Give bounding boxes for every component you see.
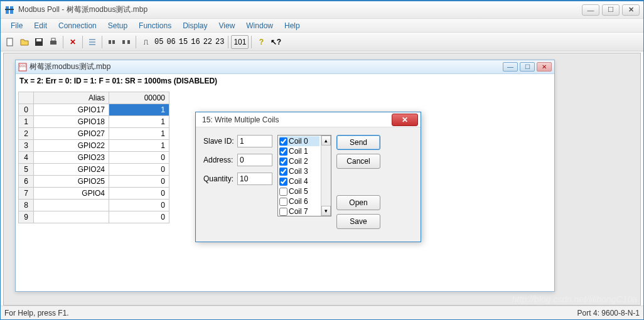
alias-cell[interactable]: GPIO18 — [34, 116, 109, 128]
quantity-input[interactable] — [237, 173, 272, 185]
coil-item[interactable]: Coil 6 — [279, 196, 319, 206]
dialog-close-button[interactable]: ✕ — [392, 114, 418, 126]
minimize-button[interactable]: — — [582, 4, 599, 16]
func-16[interactable]: 16 — [190, 38, 201, 46]
alias-cell[interactable]: GPIO27 — [34, 128, 109, 140]
value-cell[interactable]: 0 — [109, 211, 169, 223]
open-button[interactable] — [18, 35, 31, 49]
menu-view[interactable]: View — [214, 20, 240, 31]
func-05[interactable]: 05 — [153, 38, 164, 46]
cancel-button[interactable]: Cancel — [336, 154, 380, 169]
func-06[interactable]: 06 — [165, 38, 176, 46]
coil-item[interactable]: Coil 7 — [279, 206, 319, 216]
value-cell[interactable]: 1 — [109, 104, 169, 116]
help-button[interactable]: ? — [254, 35, 268, 49]
mdi-close-button[interactable]: ✕ — [537, 62, 552, 72]
table-row[interactable]: 9 0 — [19, 211, 169, 223]
value-cell[interactable]: 1 — [109, 116, 169, 128]
menu-window[interactable]: Window — [241, 20, 278, 31]
scroll-down[interactable]: ▾ — [321, 206, 331, 216]
print-button[interactable] — [46, 35, 60, 49]
menu-help[interactable]: Help — [279, 20, 305, 31]
table-row[interactable]: 5 GPIO24 0 — [19, 164, 169, 176]
scroll-up[interactable]: ▴ — [321, 136, 331, 146]
main-titlebar[interactable]: Modbus Poll - 树莓派modbus测试.mbp — ☐ ✕ — [1, 1, 643, 19]
open-button[interactable]: Open — [336, 195, 380, 210]
context-help-button[interactable]: ↖? — [269, 35, 282, 49]
func-15[interactable]: 15 — [178, 38, 189, 46]
coil-item[interactable]: Coil 4 — [279, 176, 319, 186]
value-cell[interactable]: 0 — [109, 176, 169, 188]
alias-cell[interactable]: GPIO24 — [34, 164, 109, 176]
value-cell[interactable]: 0 — [109, 188, 169, 200]
alias-cell[interactable]: GPIO25 — [34, 176, 109, 188]
menu-connection[interactable]: Connection — [53, 20, 102, 31]
alias-cell[interactable]: GPIO17 — [34, 104, 109, 116]
table-row[interactable]: 8 0 — [19, 200, 169, 211]
menu-display[interactable]: Display — [178, 20, 212, 31]
coil-checkbox[interactable] — [279, 147, 287, 156]
save-button[interactable]: Save — [336, 214, 380, 229]
mdi-minimize-button[interactable]: — — [503, 62, 518, 72]
write-multiple-coils-dialog[interactable]: 15: Write Multiple Coils ✕ Slave ID: Add… — [195, 112, 421, 242]
alias-cell[interactable]: GPIO22 — [34, 140, 109, 152]
header-alias[interactable]: Alias — [34, 92, 109, 104]
table-row[interactable]: 7 GPIO4 0 — [19, 188, 169, 200]
data-grid[interactable]: Alias 00000 0 GPIO17 11 GPIO18 12 GPIO27… — [18, 92, 169, 223]
disconnect-button[interactable] — [119, 35, 133, 49]
value-cell[interactable]: 0 — [109, 152, 169, 164]
value-cell[interactable]: 1 — [109, 128, 169, 140]
menu-setup[interactable]: Setup — [103, 20, 132, 31]
delete-button[interactable]: ✕ — [66, 35, 80, 49]
maximize-button[interactable]: ☐ — [602, 4, 620, 16]
coil-checkbox[interactable] — [279, 137, 287, 146]
alias-cell[interactable]: GPIO23 — [34, 152, 109, 164]
scrollbar[interactable]: ▴ ▾ — [321, 136, 331, 216]
mdi-titlebar[interactable]: DOC 树莓派modbus测试.mbp — ☐ ✕ — [16, 60, 554, 74]
coil-item[interactable]: Coil 2 — [279, 156, 319, 166]
dialog-titlebar[interactable]: 15: Write Multiple Coils ✕ — [196, 112, 421, 127]
coil-item[interactable]: Coil 0 — [279, 136, 319, 146]
alias-cell[interactable] — [34, 200, 109, 211]
alias-cell[interactable]: GPIO4 — [34, 188, 109, 200]
coil-checkbox[interactable] — [279, 178, 287, 186]
value-cell[interactable]: 1 — [109, 140, 169, 152]
table-row[interactable]: 4 GPIO23 0 — [19, 152, 169, 164]
func-101[interactable]: 101 — [231, 35, 249, 49]
mdi-maximize-button[interactable]: ☐ — [520, 62, 535, 72]
coil-item[interactable]: Coil 5 — [279, 186, 319, 196]
address-input[interactable] — [237, 154, 272, 166]
table-row[interactable]: 2 GPIO27 1 — [19, 128, 169, 140]
table-row[interactable]: 1 GPIO18 1 — [19, 116, 169, 128]
status-right: Port 4: 9600-8-N-1 — [577, 309, 640, 317]
coil-checkbox[interactable] — [279, 168, 287, 176]
coil-checkbox[interactable] — [279, 208, 287, 216]
menu-file[interactable]: File — [6, 20, 28, 31]
coil-item[interactable]: Coil 3 — [279, 166, 319, 176]
pulse-button[interactable]: ⎍ — [139, 35, 153, 49]
save-button[interactable] — [32, 35, 46, 49]
coil-item[interactable]: Coil 1 — [279, 146, 319, 156]
alias-cell[interactable] — [34, 211, 109, 223]
table-row[interactable]: 3 GPIO22 1 — [19, 140, 169, 152]
table-row[interactable]: 6 GPIO25 0 — [19, 176, 169, 188]
scroll-track[interactable] — [321, 146, 331, 206]
menu-functions[interactable]: Functions — [134, 20, 176, 31]
value-cell[interactable]: 0 — [109, 200, 169, 211]
slave-id-input[interactable] — [237, 135, 272, 147]
coil-listbox[interactable]: Coil 0Coil 1Coil 2Coil 3Coil 4Coil 5Coil… — [277, 135, 331, 216]
send-button[interactable]: Send — [336, 135, 380, 150]
connect-button[interactable] — [105, 35, 119, 49]
list-button[interactable] — [85, 35, 99, 49]
func-23[interactable]: 23 — [214, 38, 225, 46]
new-button[interactable] — [3, 35, 17, 49]
menu-edit[interactable]: Edit — [29, 20, 52, 31]
func-22[interactable]: 22 — [202, 38, 213, 46]
header-value[interactable]: 00000 — [109, 92, 169, 104]
coil-checkbox[interactable] — [279, 157, 287, 166]
coil-checkbox[interactable] — [279, 188, 287, 196]
coil-checkbox[interactable] — [279, 198, 287, 206]
close-button[interactable]: ✕ — [622, 4, 640, 16]
value-cell[interactable]: 0 — [109, 164, 169, 176]
table-row[interactable]: 0 GPIO17 1 — [19, 104, 169, 116]
